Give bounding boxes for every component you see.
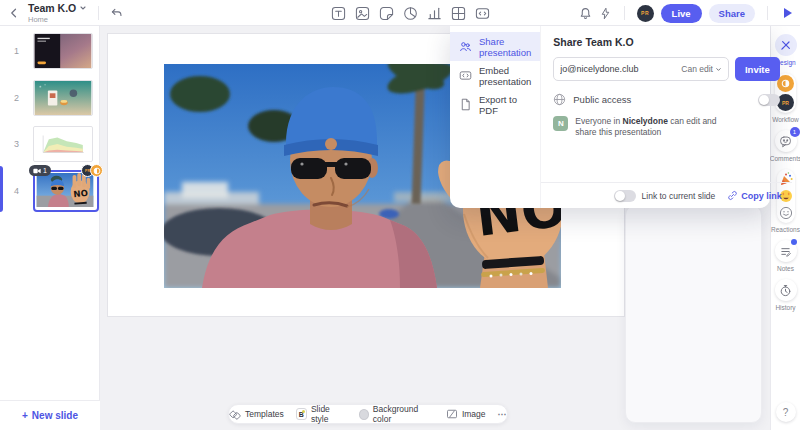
embed-icon [459, 69, 472, 82]
share-button[interactable]: Share [709, 4, 755, 23]
slide-collaborators[interactable]: PR [81, 164, 103, 177]
side-panel-empty [625, 205, 762, 423]
user-avatar[interactable]: PR [637, 5, 654, 22]
present-play-button[interactable] [784, 8, 792, 18]
pdf-document-icon [459, 98, 472, 111]
svg-text:NO: NO [73, 188, 88, 199]
slide-thumbnail-4[interactable]: NO [36, 173, 96, 209]
org-name: Nicelydone [623, 116, 668, 126]
email-input[interactable] [560, 64, 677, 74]
camera-icon [33, 168, 41, 174]
slide-row-3[interactable]: 3 [0, 126, 100, 162]
notes-label: Notes [777, 265, 794, 272]
copy-link-label: Copy link [741, 191, 782, 201]
menu-item-label: Embed presentation [479, 65, 531, 87]
menu-item-export-pdf[interactable]: Export to PDF [450, 90, 540, 119]
people-icon [459, 40, 472, 53]
back-icon[interactable] [8, 7, 20, 19]
link-to-slide-label: Link to current slide [642, 191, 716, 201]
insert-toolbar [330, 0, 491, 26]
camera-count: 1 [43, 167, 47, 174]
spark-icon[interactable] [599, 7, 612, 20]
embed-tool-icon[interactable] [474, 5, 491, 22]
background-color-button[interactable]: Background color [359, 404, 434, 424]
history-label: History [775, 304, 795, 311]
text-tool-icon[interactable] [330, 5, 347, 22]
workflow-status-icon [90, 164, 103, 177]
background-color-label: Background color [373, 404, 434, 424]
history-button[interactable] [775, 279, 797, 301]
slide-number: 3 [0, 139, 33, 149]
templates-button[interactable]: Templates [229, 408, 284, 420]
new-slide-label: New slide [32, 410, 78, 421]
permission-dropdown[interactable]: Can edit [681, 64, 722, 74]
share-popover-footer: Link to current slide Copy link [541, 182, 791, 208]
image-button[interactable]: Image [446, 408, 486, 420]
permission-label: Can edit [681, 64, 713, 74]
recording-badge[interactable]: 1 [29, 165, 51, 176]
templates-label: Templates [245, 409, 284, 419]
undo-icon[interactable] [110, 7, 123, 20]
reactions-label: Reactions [771, 226, 800, 233]
slide-thumbnail-1[interactable] [33, 33, 93, 69]
org-access-note: Everyone in Nicelydone can edit and shar… [575, 116, 725, 139]
slide-number: 2 [0, 93, 33, 103]
more-options-icon[interactable]: ⋯ [498, 409, 508, 419]
slides-panel: 1 2 3 [0, 26, 100, 430]
table-tool-icon[interactable] [450, 5, 467, 22]
notes-icon [779, 245, 792, 258]
share-menu: Share presentation Embed presentation Ex… [450, 26, 541, 208]
invite-email-field[interactable]: Can edit [553, 57, 729, 81]
chevron-down-icon [715, 66, 722, 73]
globe-icon [553, 93, 566, 106]
slide-style-label: Slide style [311, 404, 347, 424]
help-button[interactable]: ? [776, 402, 796, 422]
document-title-group[interactable]: Team K.O Home [28, 3, 87, 23]
menu-item-share-presentation[interactable]: Share presentation [450, 32, 540, 61]
chart-tool-icon[interactable] [426, 5, 443, 22]
slide-number: 1 [0, 46, 33, 56]
image-icon [446, 408, 458, 420]
org-avatar: N [553, 116, 568, 131]
slide-row-2[interactable]: 2 [0, 80, 100, 116]
share-sheet: Share presentation Embed presentation Ex… [450, 26, 770, 208]
slide-row-1[interactable]: 1 [0, 33, 100, 69]
slide-row-4[interactable]: 4 1 PR [0, 170, 100, 212]
image-tool-icon[interactable] [354, 5, 371, 22]
image-label: Image [462, 409, 486, 419]
page-title: Team K.O [28, 3, 76, 14]
new-slide-button[interactable]: + New slide [0, 400, 100, 430]
slide-tools-bar: Templates B Slide style Background color… [228, 404, 508, 424]
menu-item-label: Share presentation [479, 36, 531, 58]
selected-slide-frame[interactable]: 1 PR N [33, 170, 99, 212]
public-access-toggle[interactable] [758, 94, 780, 106]
slide-style-icon: B [296, 408, 307, 420]
plus-icon: + [22, 410, 28, 421]
notifications-bell-icon[interactable] [579, 7, 592, 20]
slide-style-button[interactable]: B Slide style [296, 404, 347, 424]
invite-button[interactable]: Invite [735, 57, 780, 81]
menu-item-label: Export to PDF [479, 94, 531, 116]
breadcrumb: Home [28, 16, 87, 24]
copy-link-button[interactable]: Copy link [727, 190, 782, 201]
active-slide-indicator [0, 166, 3, 212]
slide-thumbnail-3[interactable] [33, 126, 93, 162]
notes-unread-dot [791, 239, 797, 245]
background-color-icon [359, 409, 369, 420]
smiley-icon [779, 206, 793, 220]
share-popover-title: Share Team K.O [553, 36, 779, 48]
link-to-slide-toggle[interactable] [614, 190, 636, 202]
slide-number: 4 [0, 186, 33, 196]
history-icon [779, 284, 792, 297]
sticker-tool-icon[interactable] [378, 5, 395, 22]
chevron-down-icon [79, 4, 87, 12]
shape-tool-icon[interactable] [402, 5, 419, 22]
notes-button[interactable] [775, 240, 797, 262]
menu-item-embed-presentation[interactable]: Embed presentation [450, 61, 540, 90]
public-access-label: Public access [573, 94, 750, 105]
top-bar: Team K.O Home [0, 0, 800, 26]
divider [624, 6, 625, 20]
slide-thumbnail-2[interactable] [33, 80, 93, 116]
live-button[interactable]: Live [661, 4, 702, 23]
divider [767, 6, 768, 20]
